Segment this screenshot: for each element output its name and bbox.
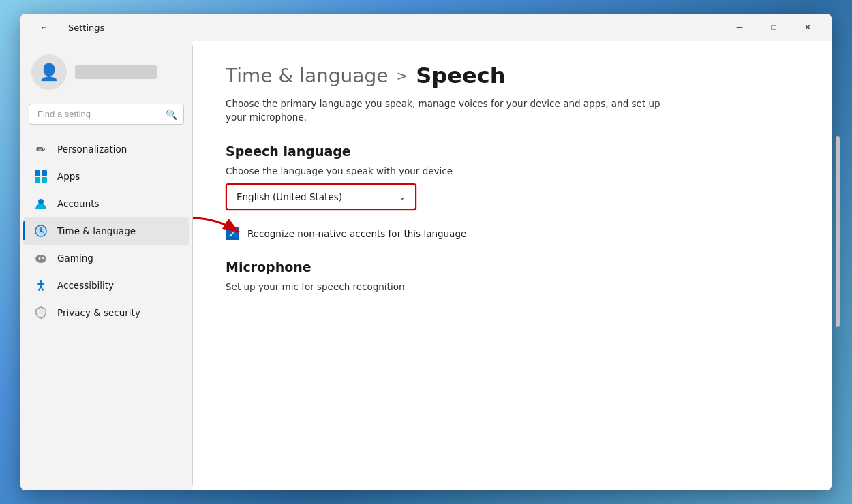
gaming-icon	[34, 251, 48, 265]
microphone-subtitle: Set up your mic for speech recognition	[226, 281, 799, 292]
svg-rect-1	[42, 170, 47, 176]
settings-window: ← Settings ─ □ ✕ 👤 🔍	[20, 14, 832, 490]
main-content: Time & language > Speech Choose the prim…	[193, 41, 832, 490]
sidebar-item-time-language[interactable]: Time & language	[23, 217, 189, 245]
sidebar-item-label: Privacy & security	[57, 307, 140, 318]
language-dropdown[interactable]: English (United States) ⌄	[226, 183, 416, 210]
dropdown-value: English (United States)	[237, 191, 342, 202]
svg-line-19	[41, 287, 43, 290]
svg-rect-3	[42, 177, 47, 183]
microphone-section: Microphone Set up your mic for speech re…	[226, 259, 799, 292]
svg-point-4	[38, 199, 44, 204]
minimize-button[interactable]: ─	[724, 16, 755, 38]
sidebar-item-apps[interactable]: Apps	[23, 163, 189, 190]
accounts-icon	[34, 197, 48, 210]
microphone-title: Microphone	[226, 259, 799, 274]
language-dropdown-wrapper: English (United States) ⌄	[226, 183, 416, 227]
sidebar-item-accessibility[interactable]: Accessibility	[23, 272, 189, 299]
sidebar-item-label: Gaming	[57, 253, 93, 264]
content-area: 👤 🔍 ✏️ Personalization	[20, 41, 832, 490]
chevron-down-icon: ⌄	[399, 192, 406, 202]
apps-icon	[34, 170, 48, 183]
sidebar: 👤 🔍 ✏️ Personalization	[20, 41, 192, 490]
user-section: 👤	[20, 46, 192, 104]
title-bar: ← Settings ─ □ ✕	[20, 14, 832, 41]
svg-rect-2	[35, 177, 40, 183]
svg-point-9	[40, 230, 42, 232]
breadcrumb-separator: >	[397, 67, 408, 84]
sidebar-item-label: Apps	[57, 171, 80, 182]
checkbox-label: Recognize non-native accents for this la…	[247, 228, 466, 239]
window-title: Settings	[68, 22, 104, 33]
search-input[interactable]	[29, 104, 184, 125]
maximize-button[interactable]: □	[758, 16, 789, 38]
sidebar-item-label: Accounts	[57, 198, 100, 209]
privacy-security-icon	[34, 306, 48, 319]
sidebar-item-privacy-security[interactable]: Privacy & security	[23, 299, 189, 326]
user-icon: 👤	[39, 63, 59, 82]
arrow-annotation	[193, 212, 253, 255]
speech-language-subtitle: Choose the language you speak with your …	[226, 166, 799, 176]
sidebar-item-accounts[interactable]: Accounts	[23, 190, 189, 217]
breadcrumb-parent: Time & language	[226, 65, 389, 87]
svg-point-14	[44, 259, 45, 260]
window-controls: ─ □ ✕	[724, 16, 823, 38]
sidebar-item-label: Personalization	[57, 144, 127, 155]
breadcrumb-current: Speech	[416, 63, 505, 89]
search-icon: 🔍	[166, 109, 177, 120]
user-name-placeholder	[75, 65, 157, 79]
speech-language-section: Speech language Choose the language you …	[226, 144, 799, 240]
sidebar-item-gaming[interactable]: Gaming	[23, 245, 189, 272]
sidebar-item-label: Accessibility	[57, 280, 114, 291]
search-box: 🔍	[29, 104, 184, 125]
svg-point-13	[42, 257, 44, 259]
accessibility-icon	[34, 279, 48, 292]
time-language-icon	[34, 224, 48, 238]
speech-language-title: Speech language	[226, 144, 799, 159]
sidebar-item-label: Time & language	[57, 225, 136, 236]
breadcrumb: Time & language > Speech	[226, 63, 799, 89]
checkbox-row: ✓ Recognize non-native accents for this …	[226, 227, 799, 240]
svg-rect-12	[38, 259, 41, 260]
close-button[interactable]: ✕	[792, 16, 823, 38]
page-description: Choose the primary language you speak, m…	[226, 97, 675, 125]
personalization-icon: ✏️	[34, 142, 48, 156]
title-bar-left: ← Settings	[29, 16, 104, 38]
avatar: 👤	[31, 54, 67, 90]
sidebar-item-personalization[interactable]: ✏️ Personalization	[23, 136, 189, 163]
back-button[interactable]: ←	[29, 16, 60, 38]
svg-rect-0	[35, 170, 40, 176]
